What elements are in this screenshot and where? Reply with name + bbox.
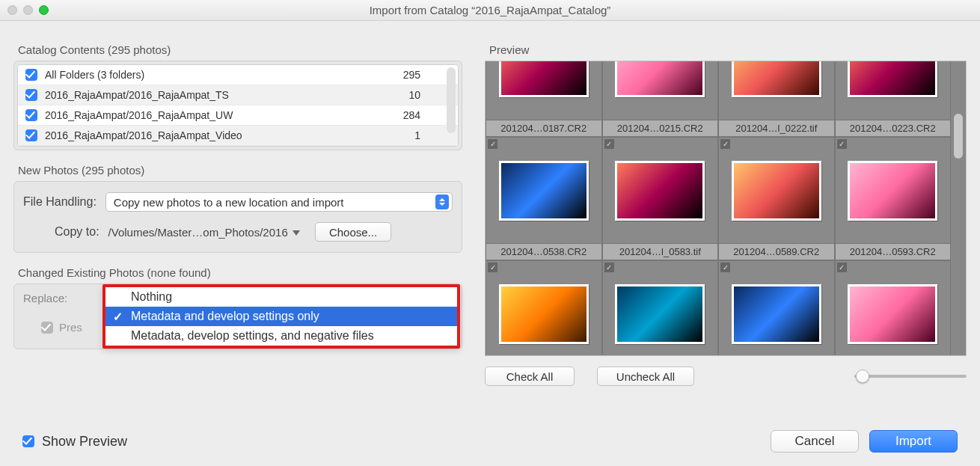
- thumb-image: [848, 284, 937, 344]
- catalog-contents-heading: Catalog Contents (295 photos): [18, 43, 462, 56]
- thumb-filename: 201204…0187.CR2: [486, 120, 601, 136]
- catalog-folder-list[interactable]: All Folders (3 folders) 295 2016_RajaAmp…: [17, 64, 459, 147]
- cancel-button[interactable]: Cancel: [771, 430, 859, 453]
- dialog-footer: Show Preview Cancel Import: [22, 430, 958, 453]
- thumb-checkbox[interactable]: ✓: [720, 139, 730, 149]
- folder-checkbox[interactable]: [25, 109, 37, 121]
- thumb-checkbox[interactable]: ✓: [488, 139, 497, 149]
- thumb-filename: 201204…0215.CR2: [603, 120, 718, 136]
- folder-name: 2016_RajaAmpat/2016_RajaAmpat_Video: [45, 129, 376, 141]
- replace-label: Replace:: [23, 292, 67, 304]
- thumb-checkbox[interactable]: ✓: [604, 263, 614, 272]
- replace-dropdown-menu[interactable]: Nothing Metadata and develop settings on…: [102, 284, 460, 349]
- thumb-filename: 201204…0538.CR2: [486, 243, 601, 260]
- copy-to-label: Copy to:: [55, 225, 99, 239]
- preserve-label: Pres: [59, 321, 82, 334]
- catalog-row[interactable]: 2016_RajaAmpat/2016_RajaAmpat_TS 10: [18, 85, 458, 105]
- file-handling-label: File Handling:: [23, 195, 97, 209]
- file-handling-value: Copy new photos to a new location and im…: [114, 196, 435, 209]
- folder-count: 284: [376, 109, 420, 121]
- new-photos-heading: New Photos (295 photos): [18, 164, 462, 177]
- thumb-checkbox[interactable]: ✓: [837, 139, 847, 149]
- thumb-cell[interactable]: ✓ 201204…0223.CR2: [835, 61, 952, 137]
- thumb-filename: 201204…l_0222.tif: [719, 120, 834, 136]
- thumb-cell[interactable]: ✓ 201204…0692.CR2: [718, 260, 835, 356]
- replace-option-metadata-only[interactable]: Metadata and develop settings only: [105, 307, 457, 326]
- thumbnail-size-slider[interactable]: [854, 375, 967, 378]
- replace-option-metadata-and-negatives[interactable]: Metadata, develop settings, and negative…: [105, 326, 457, 346]
- thumb-image: [615, 61, 705, 97]
- preview-scrollbar[interactable]: [954, 114, 963, 159]
- thumb-image: [499, 61, 589, 97]
- import-button[interactable]: Import: [869, 430, 958, 453]
- folder-count: 10: [376, 89, 420, 101]
- folder-name: All Folders (3 folders): [45, 69, 376, 81]
- thumb-checkbox[interactable]: ✓: [720, 263, 730, 272]
- copy-to-path-text: /Volumes/Master…om_Photos/2016: [108, 226, 288, 239]
- window-title: Import from Catalog “2016_RajaAmpat_Cata…: [0, 4, 980, 16]
- thumb-checkbox[interactable]: ✓: [488, 263, 497, 272]
- show-preview-label: Show Preview: [42, 434, 127, 450]
- folder-checkbox[interactable]: [25, 69, 37, 81]
- preview-thumb-grid: ✓ 201204…0187.CR2 ✓ 201204…0215.CR2 ✓ 20…: [486, 61, 951, 356]
- select-stepper-icon: [435, 194, 449, 209]
- folder-name: 2016_RajaAmpat/2016_RajaAmpat_TS: [45, 89, 376, 101]
- copy-to-path[interactable]: /Volumes/Master…om_Photos/2016: [108, 226, 300, 239]
- thumb-filename: 201204…l_0583.tif: [603, 243, 718, 260]
- thumb-cell[interactable]: ✓ 201204…0538.CR2: [486, 137, 602, 260]
- thumb-image: [615, 284, 705, 344]
- thumb-cell[interactable]: ✓ 201204…l_0583.tif: [602, 137, 719, 260]
- chevron-down-icon: [293, 230, 300, 236]
- thumb-cell[interactable]: ✓ 201204…0593.CR2: [835, 137, 952, 260]
- thumb-image: [732, 284, 821, 344]
- thumb-cell[interactable]: ✓ 201204…0215.CR2: [602, 61, 719, 137]
- catalog-row[interactable]: All Folders (3 folders) 295: [18, 65, 458, 85]
- thumb-cell[interactable]: ✓ 201204…l_0222.tif: [718, 61, 835, 137]
- thumb-image: [732, 161, 821, 221]
- thumb-image: [615, 161, 705, 221]
- thumb-image: [499, 161, 589, 221]
- thumb-image: [499, 284, 589, 344]
- folder-count: 295: [376, 69, 420, 81]
- choose-button[interactable]: Choose...: [315, 222, 391, 242]
- folder-name: 2016_RajaAmpat/2016_RajaAmpat_UW: [45, 109, 376, 121]
- thumb-checkbox[interactable]: ✓: [604, 139, 614, 149]
- catalog-row[interactable]: 2016_RajaAmpat/2016_RajaAmpat_UW 284: [18, 105, 458, 126]
- changed-photos-heading: Changed Existing Photos (none found): [18, 266, 462, 279]
- catalog-row[interactable]: 2016_RajaAmpat/2016_RajaAmpat_Video 1: [18, 126, 458, 146]
- preview-grid-frame: ✓ 201204…0187.CR2 ✓ 201204…0215.CR2 ✓ 20…: [485, 61, 967, 356]
- thumb-checkbox[interactable]: ✓: [837, 263, 847, 272]
- replace-option-nothing[interactable]: Nothing: [105, 287, 457, 307]
- new-photos-panel: File Handling: Copy new photos to a new …: [13, 181, 462, 253]
- thumb-cell[interactable]: ✓ 201204…0187.CR2: [486, 61, 602, 137]
- thumb-cell[interactable]: ✓ 201204…0690.CR2: [486, 260, 602, 356]
- catalog-scrollbar[interactable]: [447, 67, 456, 133]
- title-bar: Import from Catalog “2016_RajaAmpat_Cata…: [0, 0, 980, 21]
- file-handling-select[interactable]: Copy new photos to a new location and im…: [105, 192, 453, 212]
- folder-count: 1: [376, 129, 420, 141]
- thumb-filename: 201204…0223.CR2: [836, 120, 951, 136]
- thumb-image: [732, 61, 821, 97]
- check-all-button[interactable]: Check All: [485, 367, 575, 386]
- folder-checkbox[interactable]: [25, 89, 37, 101]
- preserve-checkbox: [41, 322, 53, 334]
- catalog-contents-panel: All Folders (3 folders) 295 2016_RajaAmp…: [13, 61, 462, 150]
- thumb-filename: 201204…0589.CR2: [719, 243, 834, 260]
- thumb-image: [848, 61, 937, 97]
- thumb-filename: 201204…0593.CR2: [836, 243, 951, 260]
- changed-photos-panel: Replace: Pres Nothing Metadata and devel…: [13, 283, 462, 349]
- thumb-cell[interactable]: ✓ 201204…0691.CR2: [602, 260, 719, 356]
- preview-heading: Preview: [489, 43, 967, 56]
- thumb-image: [848, 161, 937, 221]
- folder-checkbox[interactable]: [25, 129, 37, 141]
- show-preview-toggle[interactable]: Show Preview: [22, 434, 127, 450]
- show-preview-checkbox[interactable]: [22, 435, 34, 447]
- uncheck-all-button[interactable]: Uncheck All: [597, 367, 694, 386]
- thumb-cell[interactable]: ✓ 201204…0693.CR2: [835, 260, 952, 356]
- thumb-cell[interactable]: ✓ 201204…0589.CR2: [718, 137, 835, 260]
- slider-knob[interactable]: [856, 370, 869, 383]
